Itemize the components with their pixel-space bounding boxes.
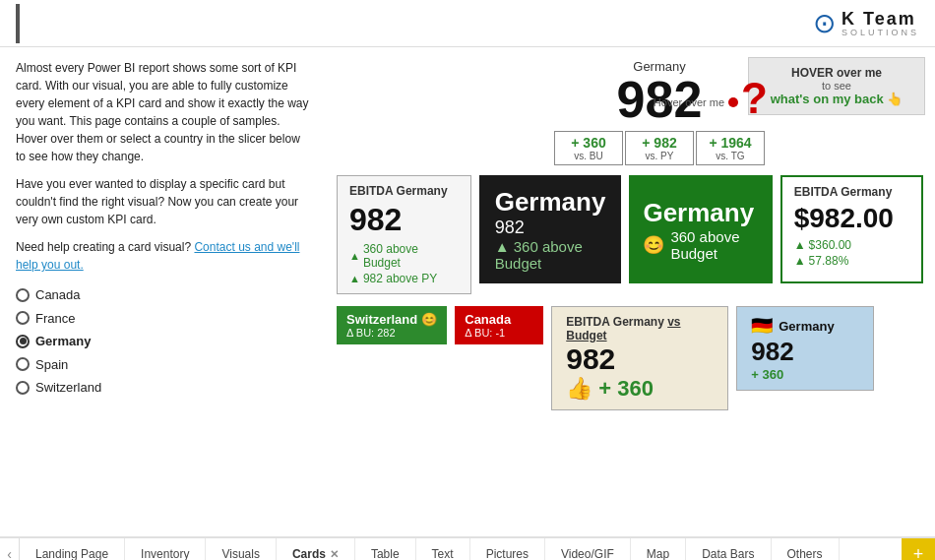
tab-table[interactable]: Table [355, 538, 416, 560]
slicer-item-spain[interactable]: Spain [16, 355, 309, 375]
main-content: Almost every Power BI report shows some … [0, 47, 935, 536]
cards-row: EBITDA Germany 982 ▲ 360 above Budget ▲ … [337, 175, 923, 294]
tab-text[interactable]: Text [416, 538, 470, 560]
header: ⊙ K Team SOLUTIONS [0, 0, 935, 47]
arrow-up-card4: ▲ [794, 238, 806, 252]
hover-link: what's on my back 👆 [757, 92, 916, 106]
description-para2: Have you ever wanted to display a specif… [16, 175, 309, 228]
card1-delta2: ▲ 982 above PY [349, 272, 459, 285]
tab-others[interactable]: Others [772, 538, 840, 560]
card1-title: EBITDA Germany [349, 184, 459, 198]
radio-germany[interactable] [16, 335, 30, 348]
logo-icon: ⊙ [813, 7, 836, 39]
left-panel: Almost every Power BI report shows some … [0, 47, 325, 536]
card-vs-budget[interactable]: EBITDA Germany vs Budget 982 👍 + 360 [551, 306, 728, 410]
arrow-up-pct: ▲ [794, 254, 806, 268]
slicer-item-switzerland[interactable]: Switzerland [16, 378, 309, 398]
radio-france[interactable] [16, 311, 30, 325]
card2-title: Germany [495, 187, 606, 218]
radio-spain[interactable] [16, 357, 30, 371]
tab-others-label: Others [787, 547, 823, 560]
slicer-label-france: France [35, 309, 75, 329]
logo-area: ⊙ K Team SOLUTIONS [813, 7, 919, 39]
tab-map[interactable]: Map [631, 538, 686, 560]
tab-inventory[interactable]: Inventory [125, 538, 206, 560]
tab-landing-page[interactable]: Landing Page [20, 538, 125, 560]
kpi-badges: + 360 vs. BU + 982 vs. PY + 1964 vs. TG [396, 131, 923, 165]
slicer-label-germany: Germany [35, 332, 91, 351]
arrow-up-icon: ▲ [349, 250, 360, 262]
tab-data-bars[interactable]: Data Bars [686, 538, 771, 560]
tab-cards-close[interactable]: ✕ [330, 548, 339, 561]
header-left [16, 4, 28, 43]
card-switzerland[interactable]: Switzerland 😊 Δ BU: 282 [337, 306, 447, 344]
tab-cards[interactable]: Cards ✕ [277, 538, 355, 560]
card3-title: Germany [643, 198, 758, 228]
card-ebitda-border[interactable]: EBITDA Germany $982.00 ▲ $360.00 ▲ 57.88… [780, 175, 923, 283]
switzerland-smiley: 😊 [421, 312, 437, 327]
card4-title: EBITDA Germany [794, 185, 909, 199]
tab-bar: ‹ Landing Page Inventory Visuals Cards ✕… [0, 536, 935, 560]
smiley-icon: 😊 [643, 234, 664, 256]
tab-visuals-label: Visuals [221, 547, 259, 560]
radio-canada[interactable] [16, 288, 30, 302]
switzerland-sub: Δ BU: 282 [346, 327, 437, 339]
switzerland-label: Switzerland 😊 [346, 312, 437, 327]
tab-video-gif-label: Video/GIF [561, 547, 614, 560]
need-help-text: Need help creating a card visual? Contac… [16, 238, 309, 274]
tab-video-gif[interactable]: Video/GIF [545, 538, 631, 560]
card-ebitda-light[interactable]: EBITDA Germany 982 ▲ 360 above Budget ▲ … [337, 175, 471, 294]
arrow-delta-icon: ▲ [495, 238, 510, 255]
card4-value: $982.00 [794, 203, 909, 234]
tab-inventory-label: Inventory [141, 547, 189, 560]
vs-budget-value: 982 [566, 342, 714, 376]
tab-add-button[interactable]: + [902, 538, 935, 560]
slicer-item-france[interactable]: France [16, 309, 309, 329]
germany-blue-value: 982 [751, 337, 859, 367]
radio-switzerland[interactable] [16, 381, 30, 395]
right-panel: HOVER over me to see what's on my back 👆… [325, 47, 935, 536]
slicer-label-canada: Canada [35, 285, 81, 305]
toolbar-handle [16, 4, 20, 43]
card3-delta: 😊 360 above Budget [643, 228, 758, 262]
hover-question-area[interactable]: Hover over me ? [654, 96, 738, 108]
slicer-item-germany[interactable]: Germany [16, 332, 309, 351]
slicer-item-canada[interactable]: Canada [16, 285, 309, 305]
description-para1: Almost every Power BI report shows some … [16, 59, 309, 165]
red-dot [728, 97, 738, 107]
logo-sub: SOLUTIONS [842, 28, 919, 37]
arrow-up-icon2: ▲ [349, 273, 360, 284]
tab-visuals[interactable]: Visuals [206, 538, 276, 560]
hover-question-text: Hover over me [654, 96, 724, 108]
germany-blue-header: 🇩🇪 Germany [751, 315, 859, 337]
slicer-label-spain: Spain [35, 355, 68, 375]
card1-delta1: ▲ 360 above Budget [349, 242, 459, 270]
tab-pictures[interactable]: Pictures [470, 538, 545, 560]
card4-sub2: ▲ 57.88% [794, 254, 909, 268]
vs-budget-title: EBITDA Germany vs Budget [566, 315, 714, 342]
tab-cards-label: Cards [292, 547, 326, 560]
germany-blue-delta: + 360 [751, 367, 859, 382]
thumbs-up-icon: 👍 [566, 376, 592, 402]
germany-blue-title: Germany [779, 319, 834, 334]
kpi-badge-py: + 982 vs. PY [625, 131, 694, 165]
tab-data-bars-label: Data Bars [702, 547, 754, 560]
logo-text: K Team [842, 10, 919, 28]
card-dark-germany[interactable]: Germany 982 ▲ 360 above Budget [479, 175, 622, 283]
tab-table-label: Table [371, 547, 400, 560]
hover-sub: to see [757, 80, 916, 92]
slicer-label-switzerland: Switzerland [35, 378, 101, 398]
tab-text-label: Text [432, 547, 454, 560]
tab-landing-page-label: Landing Page [35, 547, 108, 560]
bottom-row: Switzerland 😊 Δ BU: 282 Canada Δ BU: -1 … [337, 306, 923, 410]
germany-flag-icon: 🇩🇪 [751, 315, 773, 337]
tab-map-label: Map [647, 547, 669, 560]
card-germany-blue[interactable]: 🇩🇪 Germany 982 + 360 [736, 306, 874, 391]
card2-delta: ▲ 360 above Budget [495, 238, 606, 272]
card-canada[interactable]: Canada Δ BU: -1 [455, 306, 543, 344]
vs-budget-delta: 👍 + 360 [566, 376, 714, 402]
tab-scroll-left[interactable]: ‹ [0, 538, 20, 560]
hover-box[interactable]: HOVER over me to see what's on my back 👆 [748, 57, 925, 115]
question-mark: ? [741, 77, 768, 120]
card-green-germany[interactable]: Germany 😊 360 above Budget [629, 175, 772, 283]
